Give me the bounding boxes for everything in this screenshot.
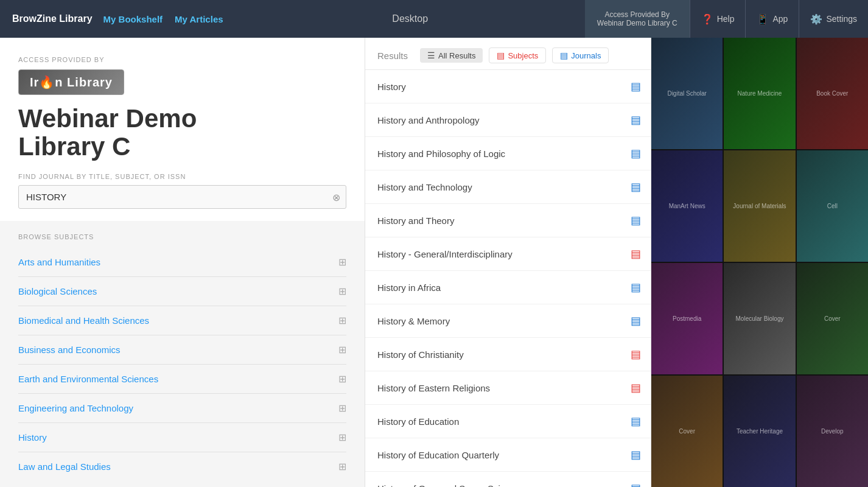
app-icon: 📱 — [757, 13, 769, 25]
subject-item[interactable]: History ⊞ — [18, 423, 346, 452]
search-clear-icon[interactable]: ⊗ — [332, 191, 340, 203]
subject-expand-icon: ⊞ — [338, 373, 346, 385]
result-type-icon: ▤ — [631, 415, 641, 428]
result-item[interactable]: History of Eastern Religions ▤ — [365, 371, 651, 405]
cover-item: Cover — [797, 263, 868, 374]
subject-item[interactable]: Biomedical and Health Sciences ⊞ — [18, 306, 346, 335]
covers-panel: Digital ScholarNature MedicineBook Cover… — [651, 38, 868, 487]
result-item[interactable]: History and Anthropology ▤ — [365, 103, 651, 137]
result-type-icon: ▤ — [631, 113, 641, 127]
result-text: History of Education Quarterly — [377, 450, 499, 460]
app-button[interactable]: 📱 App — [745, 0, 799, 38]
result-item[interactable]: History of Education Quarterly ▤ — [365, 438, 651, 472]
main-layout: ACCESS PROVIDED BY Ir🔥n Library Webinar … — [0, 38, 868, 487]
result-item[interactable]: History in Africa ▤ — [365, 271, 651, 304]
cover-item: Book Cover — [797, 38, 868, 149]
result-type-icon: ▤ — [631, 482, 641, 487]
subject-item[interactable]: Law and Legal Studies ⊞ — [18, 452, 346, 481]
cover-label: Cover — [676, 426, 698, 437]
subject-item[interactable]: Earth and Environmental Sciences ⊞ — [18, 365, 346, 394]
results-label: Results — [377, 51, 408, 61]
subject-name: Biomedical and Health Sciences — [18, 315, 149, 326]
cover-label: Journal of Materials — [730, 200, 788, 212]
subject-item[interactable]: Arts and Humanities ⊞ — [18, 248, 346, 277]
subject-item[interactable]: Biological Sciences ⊞ — [18, 277, 346, 306]
result-item[interactable]: History and Theory ▤ — [365, 204, 651, 237]
cover-item: Develop — [797, 376, 868, 487]
result-type-icon: ▤ — [631, 448, 641, 461]
library-name: Webinar Demo Library C — [18, 105, 346, 161]
browse-section: BROWSE SUBJECTS Arts and Humanities ⊞Bio… — [0, 221, 365, 487]
cover-item: Nature Medicine — [724, 38, 795, 149]
subject-item[interactable]: Business and Economics ⊞ — [18, 335, 346, 365]
cover-item: Journal of Materials — [724, 150, 795, 262]
settings-button[interactable]: ⚙️ Settings — [799, 0, 868, 38]
search-label: FIND JOURNAL BY TITLE, SUBJECT, OR ISSN — [18, 173, 346, 180]
result-type-icon: ▤ — [631, 247, 641, 261]
cover-item: Teacher Heritage — [724, 376, 795, 487]
cover-label: Cell — [825, 200, 840, 212]
cover-label: Postmedia — [670, 313, 704, 324]
result-type-icon: ▤ — [631, 80, 641, 93]
search-input[interactable] — [18, 185, 346, 209]
subject-expand-icon: ⊞ — [338, 256, 346, 268]
results-panel: Results ☰ All Results ▤ Subjects ▤ Journ… — [365, 38, 651, 487]
result-type-icon: ▤ — [631, 314, 641, 328]
cover-label: Nature Medicine — [735, 88, 785, 99]
result-type-icon: ▤ — [631, 348, 641, 361]
result-text: History and Technology — [377, 182, 472, 192]
result-text: History of Geo- and Space Sciences — [377, 483, 525, 488]
cover-item: Cell — [797, 150, 868, 262]
result-item[interactable]: History and Philosophy of Logic ▤ — [365, 137, 651, 170]
subject-expand-icon: ⊞ — [338, 432, 346, 443]
flame-icon: 🔥 — [39, 75, 55, 89]
result-type-icon: ▤ — [631, 214, 641, 227]
result-text: History of Education — [377, 416, 459, 427]
cover-label: Book Cover — [814, 88, 850, 99]
access-label: ACCESS PROVIDED BY — [18, 56, 346, 63]
result-item[interactable]: History of Geo- and Space Sciences ▤ — [365, 472, 651, 487]
result-text: History and Philosophy of Logic — [377, 149, 505, 159]
nav-actions: ❓ Help 📱 App ⚙️ Settings — [690, 0, 868, 38]
result-item[interactable]: History & Memory ▤ — [365, 304, 651, 338]
help-button[interactable]: ❓ Help — [690, 0, 746, 38]
result-text: History - General/Interdisciplinary — [377, 249, 513, 259]
subject-name: Engineering and Technology — [18, 403, 133, 413]
cover-label: Molecular Biology — [733, 313, 786, 324]
result-item[interactable]: History of Christianity ▤ — [365, 338, 651, 371]
help-icon: ❓ — [701, 13, 713, 25]
result-text: History & Memory — [377, 316, 450, 326]
result-item[interactable]: History - General/Interdisciplinary ▤ — [365, 237, 651, 271]
filter-journals-button[interactable]: ▤ Journals — [552, 47, 609, 63]
filter-subjects-button[interactable]: ▤ Subjects — [489, 47, 546, 63]
result-text: History — [377, 82, 406, 92]
my-bookshelf-link[interactable]: My Bookshelf — [103, 14, 163, 24]
access-line1: Access Provided By — [604, 10, 670, 19]
results-list: History ▤History and Anthropology ▤Histo… — [365, 70, 651, 487]
search-box-wrap: ⊗ — [18, 185, 346, 209]
result-text: History of Christianity — [377, 349, 464, 360]
filter-all-button[interactable]: ☰ All Results — [420, 48, 483, 63]
cover-label: Cover — [822, 313, 843, 324]
result-item[interactable]: History of Education ▤ — [365, 405, 651, 438]
cover-label: Digital Scholar — [665, 88, 709, 99]
my-articles-link[interactable]: My Articles — [175, 14, 223, 24]
result-item[interactable]: History and Technology ▤ — [365, 170, 651, 204]
result-item[interactable]: History ▤ — [365, 70, 651, 103]
cover-item: Postmedia — [651, 263, 723, 374]
result-text: History in Africa — [377, 282, 441, 293]
subject-name: Biological Sciences — [18, 286, 97, 296]
cover-item: Cover — [651, 376, 723, 487]
desktop-label: Desktop — [236, 13, 585, 24]
cover-label: Teacher Heritage — [734, 426, 785, 437]
top-navigation: BrowZine Library My Bookshelf My Article… — [0, 0, 868, 38]
library-name-line2: Library C — [18, 132, 130, 161]
subject-name: Business and Economics — [18, 345, 121, 355]
journals-icon: ▤ — [560, 51, 568, 60]
subject-expand-icon: ⊞ — [338, 344, 346, 356]
access-line2: Webinar Demo Library C — [597, 19, 677, 27]
subject-name: History — [18, 432, 47, 443]
subjects-list: Arts and Humanities ⊞Biological Sciences… — [18, 248, 346, 481]
sidebar-top: ACCESS PROVIDED BY Ir🔥n Library Webinar … — [0, 38, 365, 221]
subject-item[interactable]: Engineering and Technology ⊞ — [18, 394, 346, 423]
